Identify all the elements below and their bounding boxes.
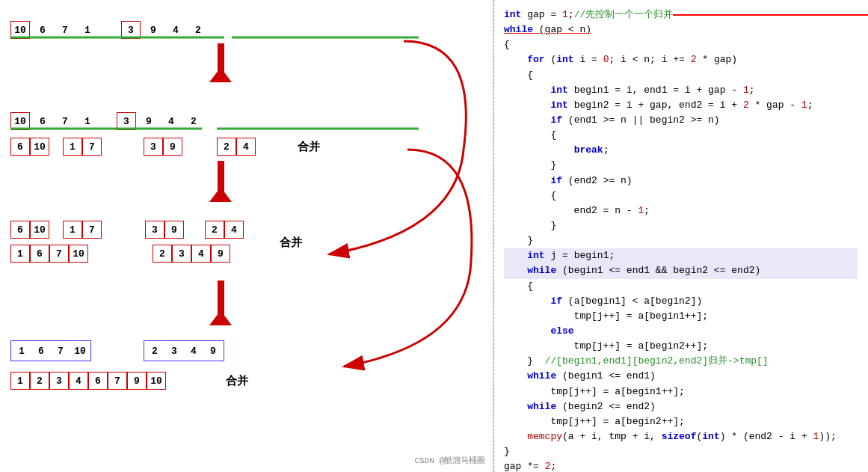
cell-r2-1: 6 [33,112,52,130]
code-line-29: memcpy(a + i, tmp + i, sizeof(int) * (en… [504,429,858,444]
pair-r2-0b: 10 [30,138,49,156]
merged-5: 7 [108,372,127,390]
row1: 10 6 7 1 3 9 4 2 [10,21,208,39]
merge-r3-1b: 3 [172,245,191,263]
code-line-17: int j = begin1; [504,248,858,263]
cell-r1-4: 3 [121,21,141,39]
code-line-24: } //[begin1,end1][begin2,end2]归并->tmp[] [504,354,858,369]
row2: 10 6 7 1 3 9 4 2 6 10 1 7 3 9 [10,112,320,156]
pair-r2-2a: 3 [144,138,163,156]
svg-marker-8 [209,310,232,325]
pair-r3-3a: 2 [205,221,224,239]
row3: 6 10 1 7 1 6 7 10 [10,221,302,263]
merged-1: 2 [30,372,49,390]
code-line-20: if (a[begin1] < a[begin2]) [504,294,858,309]
code-panel: int gap = 1;//先控制一个一个归并 while (gap < n) … [493,0,868,472]
code-block: int gap = 1;//先控制一个一个归并 while (gap < n) … [504,7,858,472]
pair-r3-3b: 4 [224,221,244,239]
code-line-27: while (begin2 <= end2) [504,399,858,414]
cell-r2-4: 3 [117,112,136,130]
svg-rect-5 [218,43,224,82]
row4: 1 6 7 10 2 3 4 9 1 2 3 4 [10,340,248,390]
merge-r3-0d: 10 [69,245,88,263]
row2-label: 合并 [298,140,320,154]
final-l-3: 10 [70,342,90,360]
merge-r3-0a: 1 [10,245,30,263]
merged-2: 3 [49,372,69,390]
cell-r1-7: 2 [188,21,208,39]
cell-r2-0: 10 [10,112,30,130]
pair-r3-1a: 1 [63,221,82,239]
cell-r1-2: 7 [55,21,75,39]
code-line-1: int gap = 1;//先控制一个一个归并 [504,7,858,22]
code-line-31: gap *= 2; [504,459,858,472]
pair-r2-1a: 1 [63,138,82,156]
merge-r3-1a: 2 [153,245,172,263]
code-line-6: int begin1 = i, end1 = i + gap - 1; [504,83,858,98]
visualization-panel: 10 6 7 1 3 9 4 2 10 6 7 1 3 9 4 2 6 10 [0,0,493,472]
merged-7: 10 [147,372,166,390]
cell-r2-5: 9 [139,112,158,130]
merge-r3-1d: 9 [211,245,230,263]
code-line-22: else [504,324,858,339]
final-r-0: 2 [145,342,164,360]
pair-r2-3a: 2 [217,138,236,156]
final-l-2: 7 [51,342,70,360]
row4-label: 合并 [226,374,248,388]
merge-r3-0b: 6 [30,245,49,263]
merge-r3-0c: 7 [49,245,69,263]
svg-rect-7 [218,161,224,202]
merge-r3-1c: 4 [191,245,211,263]
final-r-2: 4 [184,342,203,360]
pair-r2-3b: 4 [236,138,256,156]
code-line-7: int begin2 = i + gap, end2 = i + 2 * gap… [504,98,858,113]
pair-r2-2b: 9 [163,138,182,156]
pair-r2-0a: 6 [10,138,30,156]
code-line-8: if (end1 >= n || begin2 >= n) [504,113,858,128]
code-line-15: } [504,218,858,233]
code-line-16: } [504,233,858,248]
code-line-10: break; [504,143,858,158]
separator-line [493,0,495,472]
svg-marker-4 [209,67,232,82]
cell-r2-6: 4 [161,112,181,130]
cell-r1-5: 9 [144,21,163,39]
cell-r1-1: 6 [33,21,52,39]
code-line-4: for (int i = 0; i < n; i += 2 * gap) [504,52,858,67]
code-line-3: { [504,37,858,52]
code-line-18: while (begin1 <= end1 && begin2 <= end2) [504,263,858,278]
svg-marker-6 [209,187,232,202]
code-line-12: if (end2 >= n) [504,174,858,189]
pair-r2-1b: 7 [82,138,102,156]
code-line-9: { [504,128,858,143]
final-r-3: 9 [203,342,223,360]
cell-r1-3: 1 [78,21,97,39]
pair-r3-0a: 6 [10,221,30,239]
row3-label: 合并 [280,236,302,250]
pair-r3-0b: 10 [30,221,49,239]
cell-r1-6: 4 [166,21,185,39]
final-l-0: 1 [12,342,31,360]
code-line-30: } [504,444,858,459]
code-line-13: { [504,189,858,203]
code-line-19: { [504,279,858,294]
cell-r1-0: 10 [10,21,30,39]
code-line-21: tmp[j++] = a[begin1++]; [504,309,858,324]
final-r-1: 3 [164,342,184,360]
code-line-28: tmp[j++] = a[begin2++]; [504,414,858,429]
code-line-25: while (begin1 <= end1) [504,369,858,384]
merged-3: 4 [69,372,88,390]
merged-4: 6 [88,372,108,390]
final-l-1: 6 [31,342,51,360]
watermark: CSDN @醋溜马桶圈 [414,455,485,466]
code-line-14: end2 = n - 1; [504,203,858,218]
svg-rect-9 [218,281,224,322]
code-line-11: } [504,158,858,173]
code-line-26: tmp[j++] = a[begin1++]; [504,384,858,399]
cell-r2-7: 2 [184,112,203,130]
cell-r2-2: 7 [55,112,75,130]
code-line-2: while (gap < n) [504,22,858,37]
merged-6: 9 [127,372,147,390]
merged-0: 1 [10,372,30,390]
code-line-5: { [504,68,858,83]
